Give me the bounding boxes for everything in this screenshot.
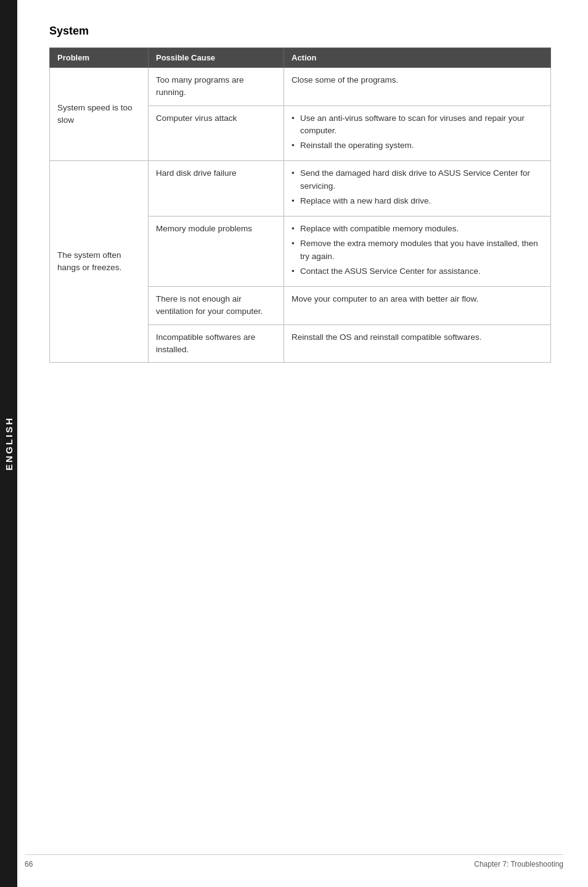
header-action: Action bbox=[284, 48, 551, 68]
action-cell-programs: Close some of the programs. bbox=[284, 68, 551, 106]
cause-cell-memory: Memory module problems bbox=[149, 217, 284, 287]
problem-cell-speed: System speed is too slow bbox=[50, 68, 149, 161]
problem-cell-hangs: The system often hangs or freezes. bbox=[50, 161, 149, 363]
table-row: The system often hangs or freezes. Hard … bbox=[50, 161, 551, 217]
vertical-language-tab: ENGLISH bbox=[0, 0, 17, 887]
troubleshooting-table: Problem Possible Cause Action System spe… bbox=[49, 47, 551, 363]
header-cause: Possible Cause bbox=[149, 48, 284, 68]
action-cell-virus: Use an anti-virus software to scan for v… bbox=[284, 105, 551, 161]
cause-cell-harddisk: Hard disk drive failure bbox=[149, 161, 284, 217]
section-title: System bbox=[49, 25, 551, 38]
table-row: System speed is too slow Too many progra… bbox=[50, 68, 551, 106]
action-cell-software: Reinstall the OS and reinstall compatibl… bbox=[284, 324, 551, 363]
action-cell-harddisk: Send the damaged hard disk drive to ASUS… bbox=[284, 161, 551, 217]
table-header-row: Problem Possible Cause Action bbox=[50, 48, 551, 68]
action-cell-ventilation: Move your computer to an area with bette… bbox=[284, 287, 551, 325]
header-problem: Problem bbox=[50, 48, 149, 68]
list-item: Reinstall the operating system. bbox=[292, 139, 543, 152]
cause-cell-software: Incompatible softwares are installed. bbox=[149, 324, 284, 363]
list-item: Use an anti-virus software to scan for v… bbox=[292, 112, 543, 138]
list-item: Replace with a new hard disk drive. bbox=[292, 195, 543, 207]
action-list: Send the damaged hard disk drive to ASUS… bbox=[292, 167, 543, 207]
list-item: Contact the ASUS Service Center for assi… bbox=[292, 265, 543, 278]
language-label: ENGLISH bbox=[4, 416, 14, 471]
page-footer: 66 Chapter 7: Troubleshooting bbox=[25, 854, 563, 868]
list-item: Replace with compatible memory modules. bbox=[292, 223, 543, 235]
chapter-label: Chapter 7: Troubleshooting bbox=[474, 860, 563, 868]
list-item: Remove the extra memory modules that you… bbox=[292, 237, 543, 263]
page-number: 66 bbox=[25, 860, 33, 868]
action-cell-memory: Replace with compatible memory modules. … bbox=[284, 217, 551, 287]
cause-cell-virus: Computer virus attack bbox=[149, 105, 284, 161]
action-list: Replace with compatible memory modules. … bbox=[292, 223, 543, 278]
main-content: System Problem Possible Cause Action Sys… bbox=[25, 0, 588, 400]
list-item: Send the damaged hard disk drive to ASUS… bbox=[292, 167, 543, 192]
action-list: Use an anti-virus software to scan for v… bbox=[292, 112, 543, 152]
cause-cell-ventilation: There is not enough air ventilation for … bbox=[149, 287, 284, 325]
cause-cell-programs: Too many programs are running. bbox=[149, 68, 284, 106]
